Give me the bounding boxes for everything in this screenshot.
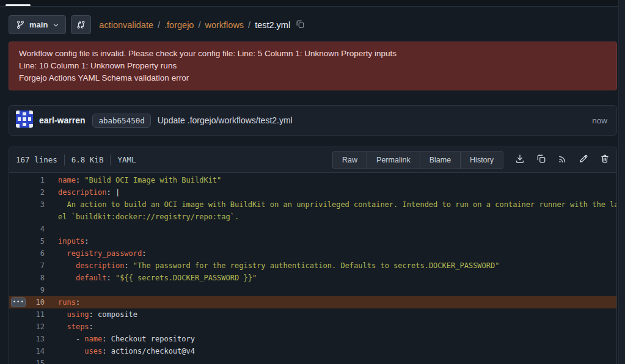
blame-button[interactable]: Blame bbox=[420, 151, 461, 169]
code-line: 2description: | bbox=[9, 186, 616, 198]
chevron-down-icon bbox=[53, 23, 59, 27]
code-line-content: steps: bbox=[58, 321, 616, 333]
edit-pencil-icon bbox=[579, 154, 588, 166]
branch-breadcrumb-row: main actionvalidate/.forgejo/workflows/t… bbox=[9, 15, 617, 34]
line-number[interactable]: 6 bbox=[9, 247, 58, 260]
top-tab-bar bbox=[0, 0, 625, 7]
page-scrollbar[interactable] bbox=[618, 0, 625, 364]
edit-button[interactable] bbox=[579, 154, 588, 166]
download-icon bbox=[515, 154, 525, 166]
divider bbox=[110, 155, 111, 166]
code-line: 15 bbox=[9, 357, 616, 364]
copy-path-button[interactable] bbox=[296, 20, 305, 31]
commit-time: now bbox=[592, 116, 607, 125]
copy-path-icon bbox=[296, 20, 305, 31]
git-compare-icon bbox=[76, 20, 86, 29]
file-view-button-group: RawPermalinkBlameHistory bbox=[332, 151, 503, 169]
line-number bbox=[9, 211, 58, 223]
code-line-content bbox=[58, 223, 616, 235]
breadcrumb-separator: / bbox=[158, 20, 160, 30]
file-meta-item: 6.8 KiB bbox=[71, 155, 104, 164]
line-number[interactable]: 4 bbox=[9, 223, 58, 235]
line-number[interactable]: 12 bbox=[9, 321, 58, 333]
history-button[interactable]: History bbox=[460, 151, 503, 169]
code-line: 13 - name: Checkout repository bbox=[9, 333, 616, 345]
commit-message[interactable]: Update .forgejo/workflows/test2.yml bbox=[158, 115, 293, 125]
delete-button[interactable] bbox=[600, 154, 610, 166]
branch-selector[interactable]: main bbox=[9, 15, 66, 34]
copy-content-icon bbox=[536, 154, 546, 166]
line-number[interactable]: 15 bbox=[9, 357, 58, 364]
file-actions: RawPermalinkBlameHistory bbox=[332, 151, 610, 169]
code-view: 1name: "Build OCI Image with BuildKit"2d… bbox=[9, 173, 616, 364]
code-line: •••10runs: bbox=[9, 296, 616, 308]
file-view-panel: 167 lines6.8 KiBYAML RawPermalinkBlameHi… bbox=[9, 147, 617, 364]
breadcrumb: actionvalidate/.forgejo/workflows/test2.… bbox=[99, 20, 290, 30]
line-number[interactable]: 14 bbox=[9, 345, 58, 357]
rss-feed-icon bbox=[558, 155, 567, 166]
code-line-content: description: | bbox=[58, 186, 616, 198]
file-meta-item: YAML bbox=[117, 155, 136, 164]
code-line-content: description: "The password for the regis… bbox=[58, 260, 616, 272]
file-header: 167 lines6.8 KiBYAML RawPermalinkBlameHi… bbox=[9, 147, 616, 173]
code-line: 7 description: "The password for the reg… bbox=[9, 260, 616, 272]
code-line: 8 default: "${{ secrets.DOCKER_PASSWORD … bbox=[9, 272, 616, 284]
code-line: 14 uses: actions/checkout@v4 bbox=[9, 345, 616, 357]
line-number[interactable]: 11 bbox=[9, 308, 58, 321]
breadcrumb-segment[interactable]: .forgejo bbox=[164, 20, 194, 30]
code-line: el `buildkit:docker://registry/repo:tag`… bbox=[9, 211, 616, 223]
delete-trash-icon bbox=[600, 154, 610, 166]
code-line-content: registry_password: bbox=[58, 247, 616, 260]
copy-content-button[interactable] bbox=[536, 154, 546, 166]
expand-section-button[interactable]: ••• bbox=[11, 297, 26, 307]
code-line: 6 registry_password: bbox=[9, 247, 616, 260]
code-line-content bbox=[58, 357, 616, 364]
breadcrumb-current-file: test2.yml bbox=[255, 20, 290, 30]
line-number[interactable]: 13 bbox=[9, 333, 58, 345]
git-branch-icon bbox=[16, 20, 25, 29]
compare-button[interactable] bbox=[71, 15, 91, 34]
code-line-content: default: "${{ secrets.DOCKER_PASSWORD }}… bbox=[58, 272, 616, 284]
code-line-content: el `buildkit:docker://registry/repo:tag`… bbox=[58, 211, 616, 223]
latest-commit-bar: earl-warren abab65450d Update .forgejo/w… bbox=[9, 105, 617, 136]
error-banner: Workflow config file is invalid. Please … bbox=[9, 42, 617, 90]
error-line: Line: 10 Column 1: Unknown Property runs bbox=[19, 60, 607, 72]
code-line: 11 using: composite bbox=[9, 308, 616, 321]
permalink-button[interactable]: Permalink bbox=[367, 151, 420, 169]
code-line-content: - name: Checkout repository bbox=[58, 333, 616, 345]
identicon-avatar[interactable] bbox=[16, 111, 33, 130]
breadcrumb-segment[interactable]: workflows bbox=[205, 20, 244, 30]
breadcrumb-segment[interactable]: actionvalidate bbox=[99, 20, 153, 30]
code-line: 5inputs: bbox=[9, 235, 616, 247]
line-number[interactable]: 8 bbox=[9, 272, 58, 284]
line-number[interactable]: 5 bbox=[9, 235, 58, 247]
commit-author[interactable]: earl-warren bbox=[39, 115, 85, 125]
line-number[interactable]: 1 bbox=[9, 174, 58, 186]
repo-file-page: main actionvalidate/.forgejo/workflows/t… bbox=[9, 15, 617, 364]
code-line: 12 steps: bbox=[9, 321, 616, 333]
code-line-content: using: composite bbox=[58, 308, 616, 321]
line-number[interactable]: 7 bbox=[9, 260, 58, 272]
code-line-content: runs: bbox=[58, 296, 616, 308]
error-line: Forgejo Actions YAML Schema validation e… bbox=[19, 72, 607, 84]
line-number[interactable]: 3 bbox=[9, 198, 58, 211]
download-button[interactable] bbox=[515, 154, 525, 166]
commit-hash-badge[interactable]: abab65450d bbox=[92, 114, 150, 128]
branch-name: main bbox=[29, 20, 48, 29]
file-meta: 167 lines6.8 KiBYAML bbox=[16, 155, 136, 166]
code-line: 9 bbox=[9, 284, 616, 296]
error-line: Workflow config file is invalid. Please … bbox=[19, 48, 607, 60]
code-line: 4 bbox=[9, 223, 616, 235]
line-number[interactable]: 9 bbox=[9, 284, 58, 296]
code-line-content: An action to build an OCI image with Bui… bbox=[58, 198, 616, 211]
code-line-content bbox=[58, 284, 616, 296]
code-line: 3 An action to build an OCI image with B… bbox=[9, 198, 616, 211]
file-meta-item: 167 lines bbox=[16, 155, 57, 164]
divider bbox=[64, 155, 65, 166]
raw-button[interactable]: Raw bbox=[332, 151, 367, 169]
line-number[interactable]: 2 bbox=[9, 186, 58, 198]
code-line-content: name: "Build OCI Image with BuildKit" bbox=[58, 174, 616, 186]
rss-feed-button[interactable] bbox=[558, 155, 567, 166]
code-line-content: uses: actions/checkout@v4 bbox=[58, 345, 616, 357]
code-line-content: inputs: bbox=[58, 235, 616, 247]
